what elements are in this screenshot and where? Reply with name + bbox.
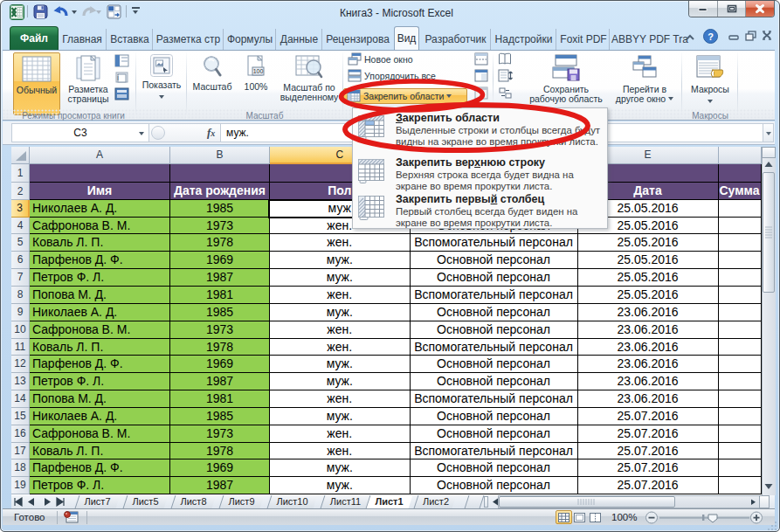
svg-text:100: 100: [253, 68, 264, 74]
svg-text:?: ?: [708, 31, 714, 42]
svg-text:i: i: [117, 73, 119, 82]
